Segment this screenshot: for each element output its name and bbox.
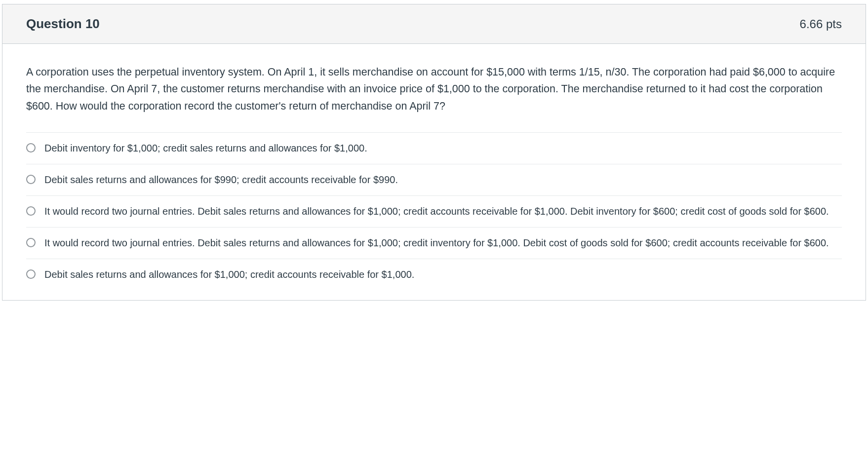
question-text: A corporation uses the perpetual invento… [26,64,842,114]
radio-icon[interactable] [26,206,36,216]
answer-option[interactable]: Debit inventory for $1,000; credit sales… [26,133,842,164]
question-body: A corporation uses the perpetual invento… [2,44,866,300]
answer-option[interactable]: It would record two journal entries. Deb… [26,228,842,259]
answer-option[interactable]: Debit sales returns and allowances for $… [26,164,842,196]
question-points: 6.66 pts [800,15,842,33]
answer-label: Debit inventory for $1,000; credit sales… [44,141,367,156]
answer-label: Debit sales returns and allowances for $… [44,172,398,188]
answer-option[interactable]: Debit sales returns and allowances for $… [26,259,842,282]
question-card: Question 10 6.66 pts A corporation uses … [2,4,866,301]
radio-icon[interactable] [26,175,36,184]
radio-icon[interactable] [26,238,36,247]
question-header: Question 10 6.66 pts [2,4,866,44]
question-title: Question 10 [26,14,100,34]
answer-label: Debit sales returns and allowances for $… [44,267,414,282]
radio-icon[interactable] [26,269,36,279]
answer-label: It would record two journal entries. Deb… [44,235,829,251]
answer-label: It would record two journal entries. Deb… [44,204,829,219]
answer-option[interactable]: It would record two journal entries. Deb… [26,196,842,228]
answers-list: Debit inventory for $1,000; credit sales… [26,132,842,282]
radio-icon[interactable] [26,143,36,153]
